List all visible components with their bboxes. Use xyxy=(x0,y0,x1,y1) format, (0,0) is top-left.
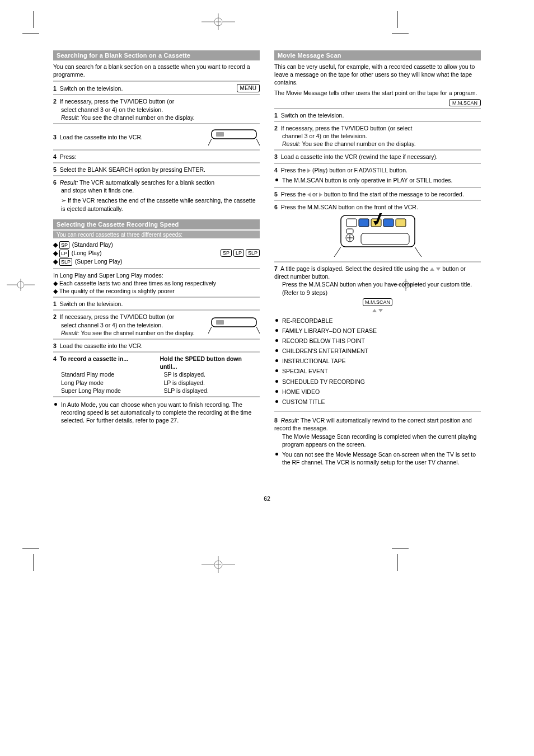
rule xyxy=(53,396,260,397)
r-s5c: button to find the start of the message … xyxy=(322,191,464,198)
r-s2b: channel 3 or 4) on the television. xyxy=(274,132,481,140)
r-intro-a: This can be very useful, for example, wi… xyxy=(274,63,481,87)
lpnote-b: Each cassette lasts two and three times … xyxy=(59,280,216,287)
rule xyxy=(274,163,481,164)
rule xyxy=(274,187,481,188)
reg-mark-left xyxy=(7,276,35,293)
r-s7a: A title page is displayed. Select the de… xyxy=(280,265,428,272)
r-s8note: You can not see the Movie Message Scan o… xyxy=(274,449,481,467)
title-4: INSTRUCTIONAL TAPE xyxy=(274,356,481,366)
reg-mark-bottom xyxy=(202,556,235,573)
rule xyxy=(53,94,260,95)
l-step2-res: Result: xyxy=(61,114,79,121)
l-step6a: The VCR automatically searches for a bla… xyxy=(79,179,214,186)
r-s4b: (Play) button or F.ADV/STILL button. xyxy=(311,167,407,173)
lpnote-a: In Long Play and Super Long Play modes: xyxy=(53,271,260,279)
svg-rect-29 xyxy=(359,219,369,227)
title-6: SCHEDULED TV RECORDING xyxy=(274,377,481,387)
svg-rect-32 xyxy=(396,219,406,227)
rule-thin xyxy=(274,411,481,412)
hdr-blank-search: Searching for a Blank Section on a Casse… xyxy=(53,50,260,60)
title-8: CUSTOM TITLE xyxy=(274,397,481,407)
menu-button-label: MENU xyxy=(237,84,260,92)
right-column: Movie Message Scan This can be very usef… xyxy=(274,50,481,543)
rule xyxy=(274,200,481,201)
r-intro-b: The Movie Message tells other users the … xyxy=(274,89,481,97)
l-step6b: and stops when it finds one. xyxy=(53,186,260,194)
lp-desc: (Long Play) xyxy=(72,250,102,256)
l-s4b: To record a cassette in... xyxy=(60,355,128,362)
r-s4a: Press the xyxy=(281,167,307,173)
r-s2a: If necessary, press the TV/VIDEO button … xyxy=(281,125,413,132)
l-step6-res: Result: xyxy=(60,179,78,186)
l-step1: Switch on the television. xyxy=(60,85,123,92)
rule xyxy=(274,121,481,122)
l-step5: Select the BLANK SEARCH option by pressi… xyxy=(60,166,205,173)
mms-button-inline: M.M.SCAN xyxy=(363,298,392,306)
r-s3: Load a cassette into the VCR (rewind the… xyxy=(281,153,438,160)
l-s1b: Switch on the television. xyxy=(60,300,123,307)
l-step2b: select channel 3 or 4) on the television… xyxy=(53,106,260,114)
auto-mode-text: In Auto Mode, you can choose when you wa… xyxy=(53,400,260,426)
svg-rect-31 xyxy=(383,219,394,227)
vcr-front-panel-icon xyxy=(274,213,481,259)
l-s4g: SP is displayed. xyxy=(164,370,260,378)
l-s2d: select channel 3 or 4) on the television… xyxy=(53,321,208,329)
crop-bottom-right xyxy=(392,543,420,571)
title-5: SPECIAL EVENT xyxy=(274,366,481,376)
svg-rect-23 xyxy=(216,132,224,137)
page-number: 62 xyxy=(0,495,534,502)
l-s3b: Load the cassette into the VCR. xyxy=(60,342,143,349)
svg-rect-33 xyxy=(346,229,353,233)
l-s4c: Standard Play mode xyxy=(53,370,157,378)
title-list: RE-RECORDABLE FAMILY LIBRARY–DO NOT ERAS… xyxy=(274,316,481,407)
lp-label: LP xyxy=(59,250,69,257)
l-s4f: Hold the SPEED button down until... xyxy=(160,355,242,370)
l-s4e: Super Long Play mode xyxy=(53,387,157,395)
r-s1: Switch on the television. xyxy=(281,112,344,119)
r-s5a: Press the xyxy=(281,191,307,198)
rule xyxy=(274,261,481,262)
rule xyxy=(53,309,260,311)
slp-label: SLP xyxy=(59,258,72,266)
reg-mark-top xyxy=(202,13,235,30)
rule xyxy=(53,162,260,163)
rule xyxy=(53,351,260,353)
l-s2e: You see the channel number on the displa… xyxy=(81,330,194,336)
speed-intro: You can record cassettes at three differ… xyxy=(53,231,260,238)
content-area: Searching for a Blank Section on a Casse… xyxy=(53,50,481,543)
rule xyxy=(53,81,260,82)
rule xyxy=(53,175,260,176)
blank-intro: You can search for a blank section on a … xyxy=(53,63,260,78)
cassette-slot-icon-2 xyxy=(208,314,260,336)
crop-bottom-left xyxy=(11,543,39,571)
crop-top-right xyxy=(392,11,420,39)
r-s4note: The M.M.SCAN button is only operative in… xyxy=(274,175,481,185)
hdr-speed: Selecting the Cassette Recording Speed xyxy=(53,219,260,229)
l-step2a: If necessary, press the TV/VIDEO button … xyxy=(60,98,174,105)
title-1: FAMILY LIBRARY–DO NOT ERASE xyxy=(274,326,481,336)
hdr-mms: Movie Message Scan xyxy=(274,50,481,60)
r-s8a: The VCR will automatically rewind to the… xyxy=(274,417,472,431)
r-s6: Press the M.M.SCAN button on the front o… xyxy=(281,204,418,210)
svg-rect-27 xyxy=(361,233,409,245)
rule xyxy=(274,149,481,151)
rule xyxy=(274,108,481,109)
l-s4i: SLP is displayed. xyxy=(164,387,260,395)
mms-button-label: M.M.SCAN xyxy=(449,99,481,106)
l-s4d: Long Play mode xyxy=(53,379,157,387)
r-s2c: You see the channel number on the displa… xyxy=(302,140,415,147)
l-step6note: If the VCR reaches the end of the casset… xyxy=(61,197,256,212)
svg-rect-28 xyxy=(346,219,357,227)
r-s8b: The Movie Message Scan recording is comp… xyxy=(274,433,481,448)
rule xyxy=(53,149,260,151)
l-step2c: You see the channel number on the displa… xyxy=(81,114,194,121)
rule xyxy=(53,268,260,269)
cassette-slot-icon xyxy=(208,126,260,148)
rule xyxy=(53,123,260,124)
rule xyxy=(53,339,260,340)
svg-rect-25 xyxy=(216,320,224,325)
l-s4h: LP is displayed. xyxy=(164,379,260,387)
l-s2c: If necessary, press the TV/VIDEO button … xyxy=(60,313,174,320)
l-step4: Press: xyxy=(60,153,77,160)
